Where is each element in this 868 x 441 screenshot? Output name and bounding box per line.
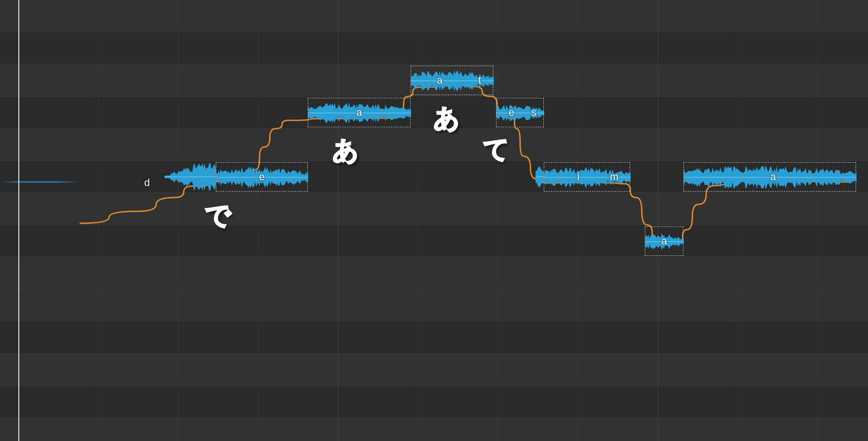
waveform — [216, 163, 308, 192]
vocal-editor[interactable]: eaatesimaadでああて — [0, 0, 868, 441]
phoneme-label: a — [437, 74, 442, 86]
phoneme-label: t — [478, 74, 481, 86]
waveform — [684, 163, 857, 192]
note-a3[interactable]: a — [683, 162, 856, 192]
note-a1[interactable]: a — [308, 98, 411, 127]
phoneme-label: a — [356, 107, 362, 119]
time-gridline — [178, 0, 179, 441]
waveform — [308, 98, 411, 128]
waveform — [411, 66, 494, 96]
time-gridline — [338, 0, 338, 441]
time-gridline — [658, 0, 658, 441]
time-gridline — [258, 0, 259, 441]
time-gridline — [738, 0, 738, 441]
phoneme-label: e — [509, 107, 514, 119]
playhead[interactable] — [18, 0, 19, 441]
phoneme-label: a — [770, 171, 776, 183]
time-gridline — [578, 0, 578, 441]
time-gridline — [98, 0, 99, 441]
waveform — [496, 98, 544, 128]
phoneme-label: a — [661, 235, 667, 247]
time-gridline — [817, 0, 818, 441]
phoneme-label: m — [610, 171, 618, 183]
waveform — [645, 227, 684, 256]
waveform — [544, 163, 631, 192]
note-a2[interactable]: a — [645, 226, 683, 256]
note-es[interactable]: es — [496, 98, 544, 127]
phoneme-label: s — [531, 107, 536, 119]
phoneme-label: i — [577, 171, 580, 183]
note-de[interactable]: e — [216, 162, 308, 192]
time-gridline — [498, 0, 498, 441]
note-im[interactable]: im — [544, 162, 630, 192]
note-at[interactable]: at — [411, 66, 493, 95]
phoneme-label: e — [259, 171, 265, 183]
